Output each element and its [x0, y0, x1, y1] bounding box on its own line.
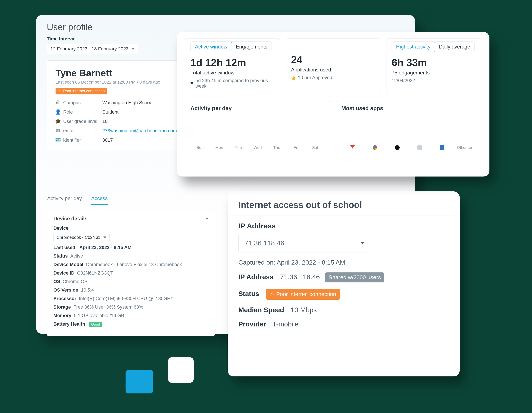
tab-daily-average[interactable]: Daily average: [435, 42, 475, 52]
metric3-tabs: Highest activity Daily average: [391, 41, 475, 52]
metric2-sub: Applications used: [291, 67, 375, 73]
device-id-label: Device ID: [53, 270, 75, 275]
google-icon: [373, 145, 377, 150]
time-interval-value: 12 February 2023 - 18 February 2023: [50, 46, 129, 52]
role-icon: [56, 110, 60, 114]
axis-label: [386, 145, 408, 150]
axis-label: Sat: [305, 145, 325, 150]
metric2-note: 10 are Approved: [291, 75, 375, 80]
id-icon: [56, 138, 60, 142]
identifier-value: 3017: [102, 138, 177, 143]
device-details-card: Device details Device Chromebook - C02N6…: [47, 211, 215, 336]
metric-highest-activity: Highest activity Daily average 6h 33m 75…: [386, 38, 481, 94]
chart-activity-title: Activity per day: [190, 105, 325, 112]
battery-badge: Good: [89, 322, 102, 327]
ip-address-value: 71.36.118.46: [280, 273, 320, 281]
email-value[interactable]: 278washington@catchondemo.com: [102, 128, 177, 134]
metric1-sub: Total active window: [190, 70, 275, 76]
device-memory-label: Memory: [53, 313, 71, 318]
net-status-line: Status Poor internet connection: [238, 289, 449, 300]
metric1-tabs: Active window Engagements: [190, 41, 272, 52]
captured-on-label: Captured on:: [238, 259, 275, 266]
device-model-label: Device Model: [53, 262, 83, 267]
tab-activity[interactable]: Activity per day: [47, 193, 82, 205]
chevron-down-icon[interactable]: [205, 218, 208, 220]
axis-label: Mon: [209, 145, 229, 150]
connection-badge-label: Poor internet connection: [63, 89, 105, 93]
device-storage-label: Storage: [53, 304, 71, 310]
campus-label: Campus: [63, 100, 81, 105]
device-model-value: Chromebook - Lenovo Flex 5i 13 Chromeboo…: [86, 262, 182, 267]
ip-address-select[interactable]: 71.36.118.46: [238, 234, 370, 252]
device-select[interactable]: Chromebook - C02N61: [53, 233, 110, 242]
user-last-seen: Last seen 05 December 2022 at 12:00 PM •…: [56, 80, 174, 85]
last-used-value: April 23, 2022 - 8:15 AM: [79, 245, 132, 250]
thumbs-up-icon: [291, 75, 296, 80]
last-used-label: Last used:: [53, 245, 77, 250]
device-battery-label: Battery Health: [53, 321, 85, 327]
tab-engagements[interactable]: Engagements: [231, 42, 272, 52]
campus-icon: [56, 100, 60, 105]
identifier-label: identifier: [63, 138, 81, 143]
device-id-value: C02N61NZG3QT: [77, 270, 113, 275]
campus-value: Washington High School: [102, 100, 177, 105]
metrics-panel: Active window Engagements 1d 12h 12m Tot…: [177, 32, 489, 176]
tab-highest-activity[interactable]: Highest activity: [391, 41, 435, 52]
provider-label: Provider: [238, 320, 266, 328]
metric3-sub: 75 engagements: [391, 70, 475, 76]
median-speed-line: Median Speed 10 Mbps: [238, 306, 449, 314]
connection-badge: Poor internet connection: [56, 88, 107, 94]
device-select-value: Chromebook - C02N61: [57, 235, 100, 240]
ip-address-select-value: 71.36.118.46: [245, 239, 284, 247]
time-interval-select[interactable]: 12 February 2023 - 18 February 2023: [47, 44, 138, 54]
captured-on: Captured on: April 23, 2022 - 8:15 AM: [238, 259, 449, 266]
ip-address-label: IP Address: [238, 273, 274, 281]
device-cpu-label: Processor: [53, 296, 76, 301]
skype-icon: [395, 145, 400, 150]
device-os-label: OS: [53, 279, 60, 284]
provider-line: Provider T-mobile: [238, 320, 449, 328]
axis-label: Other ap: [453, 146, 475, 150]
metric-active-window: Active window Engagements 1d 12h 12m Tot…: [185, 38, 280, 94]
email-label: email: [63, 128, 75, 134]
median-speed-value: 10 Mbps: [291, 306, 317, 314]
role-value: Student: [102, 109, 177, 115]
axis-label: Tue: [229, 145, 248, 150]
gmail-icon: [350, 145, 355, 150]
device-cpu-value: Intel(R) Core(TM) i9-9880H CPU @ 2.30GHz: [79, 296, 173, 301]
role-label: Role: [63, 109, 73, 115]
ip-address-heading: IP Address: [238, 222, 449, 230]
arrow-down-icon: [190, 82, 193, 85]
warning-icon: [58, 89, 61, 93]
tab-active-window[interactable]: Active window: [190, 41, 232, 52]
axis-label: Fri: [286, 145, 305, 150]
metric-apps-used: 24 Applications used 10 are Approved: [286, 38, 380, 94]
device-details-title: Device details: [53, 216, 87, 222]
decoration-square-white: [168, 357, 194, 383]
metric2-note-text: 10 are Approved: [298, 75, 332, 80]
chevron-down-icon: [132, 48, 134, 50]
tab-access[interactable]: Access: [91, 193, 108, 205]
axis-label: [341, 145, 364, 150]
axis-label: [408, 145, 431, 150]
shared-users-badge: Shared w/2000 users: [325, 272, 384, 282]
device-memory-value: 5.1 GB available /16 GB: [74, 313, 124, 318]
device-select-label: Device: [53, 225, 208, 231]
axis-label: [431, 145, 453, 150]
device-storage-value: Free 36% User 36% System 63%: [73, 304, 143, 310]
device-osver-value: 10.5.4: [81, 287, 94, 293]
device-osver-label: OS Version: [53, 287, 78, 293]
chevron-down-icon: [104, 237, 106, 239]
warning-icon: [270, 291, 275, 298]
grade-value: 10: [102, 119, 177, 124]
net-status-badge: Poor internet connection: [266, 289, 340, 300]
device-status-label: Status: [53, 253, 68, 259]
net-status-label: Status: [238, 290, 259, 298]
chart-activity-per-day: Activity per day SunMonTueWedThuFriSat: [185, 101, 330, 153]
net-status-badge-label: Poor internet connection: [276, 291, 336, 298]
median-speed-label: Median Speed: [238, 306, 284, 314]
chevron-down-icon: [361, 242, 364, 244]
grade-label: User grade level: [63, 119, 97, 124]
divider: [228, 215, 460, 215]
ip-address-line: IP Address 71.36.118.46 Shared w/2000 us…: [238, 272, 449, 282]
